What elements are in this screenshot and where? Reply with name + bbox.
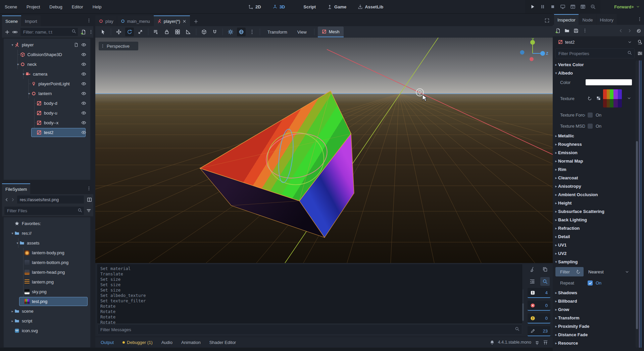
copy-icon[interactable]: [540, 265, 550, 274]
scene-filter-input[interactable]: [20, 28, 78, 36]
tab-filesystem[interactable]: FileSystem: [2, 183, 30, 194]
scene-tree-row-body-d[interactable]: body-d: [4, 98, 90, 108]
property-section-vertex-color[interactable]: ▸Vertex Color: [554, 60, 635, 69]
workspace-assetlib[interactable]: AssetLib: [358, 4, 383, 9]
visibility-eye-icon[interactable]: [81, 120, 86, 125]
visibility-eye-icon[interactable]: [81, 101, 86, 106]
attached-script-icon[interactable]: [74, 43, 78, 47]
open-docs-icon[interactable]: [637, 39, 643, 45]
new-tab-icon[interactable]: [194, 19, 198, 24]
scene-tree-row-body-u[interactable]: body-u: [4, 108, 90, 118]
attach-script-icon[interactable]: [81, 30, 86, 35]
check-value-box[interactable]: On: [585, 122, 633, 130]
expander-icon[interactable]: ▸: [10, 309, 14, 313]
bottom-tab-debugger[interactable]: Debugger (1): [122, 340, 153, 345]
menu-scene[interactable]: Scene: [0, 0, 22, 13]
cursor-icon[interactable]: [99, 28, 107, 36]
stop-button[interactable]: [550, 4, 555, 9]
perspective-menu[interactable]: Perspective: [99, 42, 138, 50]
check-value-box[interactable]: On: [585, 111, 633, 119]
checkbox-icon[interactable]: [588, 280, 593, 286]
search-icon[interactable]: [540, 277, 550, 286]
forward-icon[interactable]: [10, 197, 15, 202]
scale-icon[interactable]: [136, 28, 145, 36]
expander-icon[interactable]: ▾: [21, 72, 26, 76]
bottom-tab-shadereditor[interactable]: Shader Editor: [209, 340, 236, 345]
pause-button[interactable]: [540, 4, 545, 9]
property-section-refraction[interactable]: ▸Refraction: [554, 224, 635, 232]
sun-icon[interactable]: [226, 28, 235, 36]
output-badge-warning-circle[interactable]: 0: [528, 313, 550, 323]
tab-import[interactable]: Import: [21, 15, 41, 26]
property-section-roughness[interactable]: ▸Roughness: [554, 140, 635, 148]
broom-icon[interactable]: [528, 265, 537, 274]
edited-object-selector[interactable]: test2: [555, 37, 635, 47]
viewport-3d[interactable]: Y Z Perspective: [95, 38, 553, 263]
visibility-eye-icon[interactable]: [81, 42, 86, 47]
property-section-uv2[interactable]: ▸UV2: [554, 249, 635, 258]
tab-scene[interactable]: Scene: [2, 15, 21, 26]
sort-files-icon[interactable]: [86, 208, 91, 213]
fs-row-icon-svg[interactable]: icon.svg: [4, 326, 90, 336]
property-section-proximity-fade[interactable]: ▸Proximity Fade: [554, 322, 635, 331]
color-swatch[interactable]: [586, 79, 632, 85]
menu-project[interactable]: Project: [22, 0, 45, 13]
list-select-icon[interactable]: [152, 28, 160, 36]
lock-icon[interactable]: [162, 28, 171, 36]
collapse-tree-icon[interactable]: [528, 277, 537, 286]
visibility-eye-icon[interactable]: [81, 52, 86, 57]
property-tools-icon[interactable]: [637, 51, 643, 56]
move-icon[interactable]: [114, 28, 123, 36]
property-section-emission[interactable]: ▸Emission: [554, 148, 635, 157]
visibility-eye-icon[interactable]: [81, 62, 86, 67]
tab-inspector[interactable]: Inspector: [554, 14, 579, 25]
property-section-ambient-occlusion[interactable]: ▸Ambient Occlusion: [554, 190, 635, 199]
tab-history[interactable]: History: [597, 14, 617, 25]
expander-icon[interactable]: ▾: [10, 43, 14, 47]
history-back-icon[interactable]: [618, 28, 623, 33]
property-section-uv1[interactable]: ▸UV1: [554, 241, 635, 249]
mesh-menu[interactable]: Mesh: [318, 27, 344, 37]
expand-panel-icon[interactable]: [543, 340, 548, 345]
texture-preview[interactable]: [603, 89, 622, 107]
fs-row-lantern-head-png[interactable]: lantern-head.png: [4, 267, 90, 277]
property-section-grow[interactable]: ▸Grow: [554, 305, 635, 314]
scene-tree-row-test2[interactable]: test2: [4, 128, 90, 137]
output-badge-message-box[interactable]: 4: [528, 288, 550, 298]
property-section-clearcoat[interactable]: ▸Clearcoat: [554, 174, 635, 182]
property-section-shadows[interactable]: ▸Shadows: [554, 289, 635, 297]
checkbox-icon[interactable]: [588, 113, 593, 118]
fs-row-sky-png[interactable]: sky.png: [4, 287, 90, 297]
fs-row-script[interactable]: ▸script: [4, 316, 90, 326]
add-node-icon[interactable]: [5, 30, 10, 35]
property-section-sampling[interactable]: ▾Sampling: [554, 258, 635, 266]
dropdown-value-box[interactable]: Nearest: [585, 267, 633, 276]
workspace-game[interactable]: Game: [327, 4, 346, 9]
scene-tab-play[interactable]: play: [95, 15, 117, 26]
view-menu[interactable]: View: [293, 30, 311, 35]
fs-row-Favorites-[interactable]: Favorites:: [4, 219, 90, 228]
property-section-normal-map[interactable]: ▸Normal Map: [554, 157, 635, 165]
save-resource-icon[interactable]: [574, 28, 579, 33]
magnet-icon[interactable]: [210, 28, 219, 36]
rotate-icon[interactable]: [125, 28, 134, 36]
globe-icon[interactable]: [237, 28, 246, 36]
property-section-rim[interactable]: ▸Rim: [554, 165, 635, 174]
output-badge-error-circle[interactable]: 0: [528, 301, 550, 311]
fs-row-lantern-bottom-png[interactable]: lantern-bottom.png: [4, 258, 90, 267]
close-tab-icon[interactable]: [182, 19, 187, 24]
filesystem-filter-input[interactable]: [4, 206, 84, 215]
scene-tree-row-player[interactable]: ▾player: [4, 40, 90, 50]
dots-menu-icon[interactable]: [87, 186, 91, 191]
property-section-distance-fade[interactable]: ▸Distance Fade: [554, 331, 635, 339]
notifications-bell-icon[interactable]: [490, 340, 495, 345]
inspector-filter-input[interactable]: [555, 48, 635, 58]
dots-icon[interactable]: [248, 28, 256, 36]
group-icon[interactable]: [173, 28, 182, 36]
instance-scene-icon[interactable]: [12, 30, 17, 35]
visibility-eye-icon[interactable]: [81, 91, 86, 96]
expander-icon[interactable]: ▸: [10, 319, 14, 323]
scene-tree-row-neck[interactable]: ▾neck: [4, 59, 90, 69]
play-scene-button[interactable]: [570, 4, 576, 9]
scene-tree-row-body--x[interactable]: body--x: [4, 118, 90, 128]
